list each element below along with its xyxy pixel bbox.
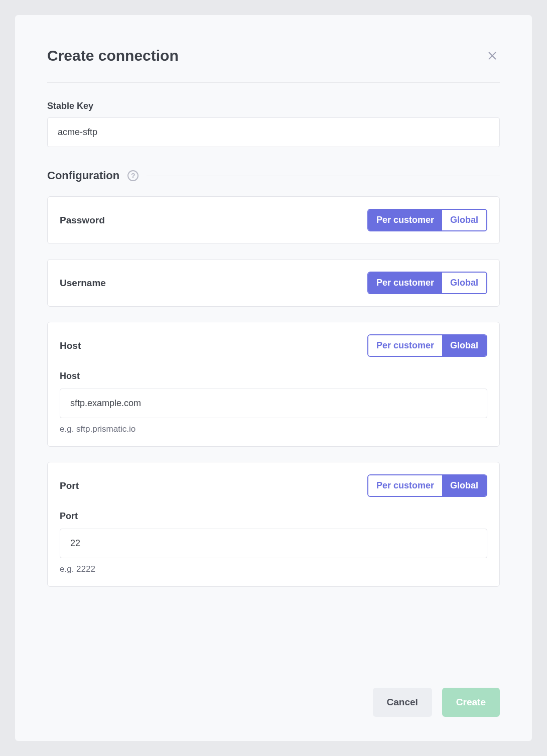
- configuration-title: Configuration: [47, 169, 119, 182]
- help-icon[interactable]: ?: [127, 170, 139, 181]
- config-body-host: Host e.g. sftp.prismatic.io: [60, 371, 487, 434]
- host-sublabel: Host: [60, 371, 487, 382]
- global-toggle[interactable]: Global: [442, 475, 486, 496]
- per-customer-toggle[interactable]: Per customer: [368, 335, 442, 356]
- create-connection-modal: Create connection Stable Key Configurati…: [15, 15, 532, 741]
- stable-key-label: Stable Key: [47, 101, 500, 111]
- config-field-name: Username: [60, 278, 106, 289]
- config-card-header: Port Per customer Global: [60, 474, 487, 497]
- scope-toggle-port: Per customer Global: [367, 474, 487, 497]
- config-field-name: Password: [60, 215, 105, 226]
- stable-key-input[interactable]: [47, 117, 500, 147]
- config-card-header: Password Per customer Global: [60, 209, 487, 231]
- create-button[interactable]: Create: [442, 688, 500, 717]
- divider: [147, 176, 500, 176]
- global-toggle[interactable]: Global: [442, 273, 486, 293]
- host-input[interactable]: [60, 389, 487, 418]
- modal-footer: Cancel Create: [47, 672, 500, 717]
- config-card-port: Port Per customer Global Port e.g. 2222: [47, 462, 500, 587]
- config-card-password: Password Per customer Global: [47, 196, 500, 244]
- port-sublabel: Port: [60, 511, 487, 522]
- scope-toggle-host: Per customer Global: [367, 334, 487, 357]
- config-card-host: Host Per customer Global Host e.g. sftp.…: [47, 322, 500, 447]
- port-input[interactable]: [60, 529, 487, 558]
- host-hint: e.g. sftp.prismatic.io: [60, 424, 487, 434]
- close-icon: [487, 50, 498, 61]
- scope-toggle-password: Per customer Global: [367, 209, 487, 231]
- port-hint: e.g. 2222: [60, 564, 487, 574]
- per-customer-toggle[interactable]: Per customer: [368, 273, 442, 293]
- global-toggle[interactable]: Global: [442, 210, 486, 230]
- per-customer-toggle[interactable]: Per customer: [368, 210, 442, 230]
- scope-toggle-username: Per customer Global: [367, 272, 487, 294]
- config-card-header: Username Per customer Global: [60, 272, 487, 294]
- cancel-button[interactable]: Cancel: [373, 688, 432, 717]
- global-toggle[interactable]: Global: [442, 335, 486, 356]
- config-field-name: Port: [60, 480, 79, 491]
- modal-header: Create connection: [47, 47, 500, 83]
- config-card-username: Username Per customer Global: [47, 259, 500, 307]
- stable-key-field: Stable Key: [47, 101, 500, 147]
- modal-title: Create connection: [47, 47, 179, 64]
- per-customer-toggle[interactable]: Per customer: [368, 475, 442, 496]
- close-button[interactable]: [485, 48, 500, 63]
- config-field-name: Host: [60, 340, 81, 351]
- config-body-port: Port e.g. 2222: [60, 511, 487, 574]
- config-card-header: Host Per customer Global: [60, 334, 487, 357]
- configuration-section-header: Configuration ?: [47, 169, 500, 182]
